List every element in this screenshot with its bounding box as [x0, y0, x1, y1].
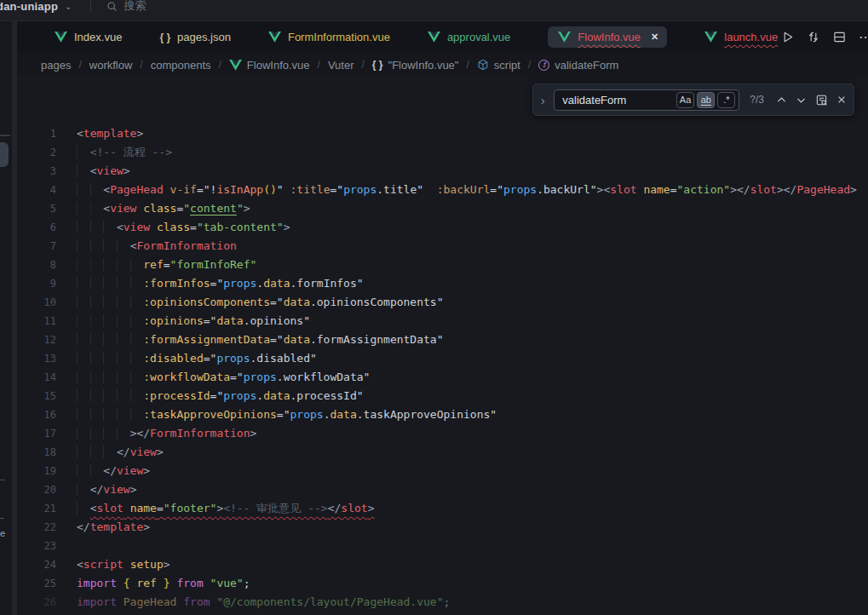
breadcrumb-item-FlowInfo.vue[interactable]: { }"FlowInfo.vue" — [372, 59, 459, 72]
find-in-selection-button[interactable] — [815, 94, 828, 106]
next-match-button[interactable] — [796, 95, 807, 106]
code-line-6[interactable]: 6 <view class="tab-content"> — [17, 218, 868, 237]
find-input[interactable]: validateForm Aa ab .* — [554, 89, 739, 111]
tab-approval.vue[interactable]: approval.vue — [428, 31, 510, 43]
code-line-12[interactable]: 12 :formAssignmentData="data.formAssignm… — [17, 330, 868, 349]
open-changes-button[interactable] — [807, 31, 820, 43]
indent-guide — [117, 333, 130, 346]
line-content — [56, 537, 77, 555]
code-line-9[interactable]: 9 :formInfos="props.data.formInfos" — [17, 274, 868, 293]
code-token: .disabled" — [250, 352, 317, 365]
workspace-title[interactable]: dan-uniapp — [0, 0, 58, 13]
indent-guide — [103, 427, 117, 440]
tab-FormInformation.vue[interactable]: FormInformation.vue — [268, 31, 390, 43]
line-number: 21 — [17, 499, 56, 518]
code-line-18[interactable]: 18 </view> — [17, 443, 868, 462]
code-token: < — [103, 183, 110, 196]
chevron-down-icon[interactable]: ⌄ — [65, 2, 72, 11]
code-line-15[interactable]: 15 :processId="props.data.processId" — [17, 387, 868, 405]
code-token: ; — [444, 595, 451, 608]
code-token: :opinionsComponents — [143, 296, 270, 308]
find-widget: › validateForm Aa ab .* ?/3 — [532, 83, 854, 116]
code-line-26[interactable]: 26import PageHead from "@/components/lay… — [17, 593, 868, 612]
code-line-11[interactable]: 11 :opinions="data.opinions" — [17, 312, 868, 330]
code-token: ></ — [730, 183, 750, 196]
code-token — [204, 577, 210, 589]
indent-guide — [77, 427, 90, 440]
code-line-17[interactable]: 17 ></FormInformation> — [17, 424, 868, 443]
vue-icon — [558, 32, 571, 43]
code-line-19[interactable]: 19 </view> — [17, 462, 868, 480]
run-button[interactable] — [781, 31, 794, 43]
code-token: < — [103, 202, 110, 215]
code-token: v-if — [170, 183, 197, 196]
sidebar-fragment-item[interactable] — [0, 142, 9, 167]
breadcrumb-item-Vuter[interactable]: Vuter — [328, 59, 354, 72]
code-line-7[interactable]: 7 <FormInformation — [17, 237, 868, 256]
code-line-1[interactable]: 1<template> — [17, 124, 868, 143]
indent-guide — [90, 202, 104, 215]
breadcrumb-item-workflow[interactable]: workflow — [89, 59, 133, 72]
indent-guide — [77, 333, 90, 346]
code-token: :formInfos — [143, 277, 210, 290]
previous-match-button[interactable] — [776, 95, 787, 106]
code-line-25[interactable]: 25import { ref } from "vue"; — [17, 574, 868, 593]
code-token: </ — [77, 520, 90, 533]
breadcrumb-item-script[interactable]: script — [477, 59, 520, 72]
code-line-4[interactable]: 4 <PageHead v-if="!isInApp()" :title="pr… — [17, 181, 868, 199]
code-line-8[interactable]: 8 ref="formInfoRef" — [17, 256, 868, 274]
vue-icon — [704, 32, 717, 43]
indent-guide — [130, 408, 144, 421]
match-case-button[interactable]: Aa — [676, 92, 694, 108]
indent-guide — [90, 352, 104, 365]
code-line-10[interactable]: 10 :opinionsComponents="data.opinionsCom… — [17, 293, 868, 312]
line-number: 13 — [17, 349, 56, 368]
code-line-3[interactable]: 3 <view> — [17, 162, 868, 181]
line-number: 3 — [17, 162, 56, 181]
code-line-5[interactable]: 5 <view class="content"> — [17, 199, 868, 218]
code-token: </ — [90, 483, 104, 496]
code-line-23[interactable]: 23 — [17, 537, 868, 555]
line-content: import { ref } from "vue"; — [56, 574, 250, 593]
breadcrumb-item-FlowInfo.vue[interactable]: FlowInfo.vue — [229, 59, 310, 72]
code-line-16[interactable]: 16 :taskApproveOpinions="props.data.task… — [17, 405, 868, 424]
split-editor-button[interactable] — [833, 31, 846, 43]
code-content[interactable]: 1<template>2 <!-- 流程 -->3 <view>4 <PageH… — [17, 77, 868, 612]
code-token: "tab-content" — [197, 221, 284, 233]
code-line-14[interactable]: 14 :workflowData="props.workflowData" — [17, 368, 868, 387]
toggle-replace-icon[interactable]: › — [537, 93, 549, 107]
whole-word-button[interactable]: ab — [697, 92, 715, 108]
close-tab-icon[interactable]: ✕ — [651, 32, 658, 43]
global-search[interactable]: 搜索 — [106, 0, 146, 14]
more-actions-button[interactable]: ⋯ — [859, 29, 868, 45]
code-line-22[interactable]: 22</template> — [17, 518, 868, 537]
find-query-text[interactable]: validateForm — [562, 94, 676, 106]
code-editor[interactable]: › validateForm Aa ab .* ?/3 — [17, 77, 868, 615]
code-line-13[interactable]: 13 :disabled="props.disabled" — [17, 349, 868, 368]
tab-Index.vue[interactable]: Index.vue — [55, 31, 122, 43]
tab-FlowInfo.vue[interactable]: FlowInfo.vue✕ — [548, 26, 667, 48]
breadcrumb-item-validateForm[interactable]: fvalidateForm — [538, 59, 618, 72]
indent-guide — [103, 352, 117, 365]
code-line-2[interactable]: 2 <!-- 流程 --> — [17, 143, 868, 162]
breadcrumb-separator: / — [219, 59, 221, 71]
tab-pages.json[interactable]: { }pages.json — [159, 31, 231, 43]
close-find-button[interactable] — [836, 95, 847, 105]
code-line-21[interactable]: 21 <slot name="footer"><!-- 审批意见 --></sl… — [17, 499, 868, 518]
line-content: import PageHead from "@/components/layou… — [56, 593, 450, 612]
indent-guide — [117, 389, 130, 402]
indent-guide — [77, 371, 90, 383]
regex-button[interactable]: .* — [717, 92, 735, 108]
code-line-24[interactable]: 24<script setup> — [17, 555, 868, 574]
indent-guide — [117, 427, 130, 440]
line-content: :formAssignmentData="data.formAssignment… — [56, 330, 444, 349]
tab-launch.vue[interactable]: launch.vue — [704, 31, 778, 43]
code-token: from — [176, 577, 203, 589]
line-number: 19 — [17, 462, 56, 480]
breadcrumb-separator: / — [528, 59, 531, 71]
code-token: =" — [204, 314, 217, 327]
code-line-20[interactable]: 20 </view> — [17, 480, 868, 499]
breadcrumb-item-pages[interactable]: pages — [41, 59, 71, 72]
breadcrumb-item-components[interactable]: components — [151, 59, 211, 72]
line-number: 10 — [17, 293, 56, 312]
